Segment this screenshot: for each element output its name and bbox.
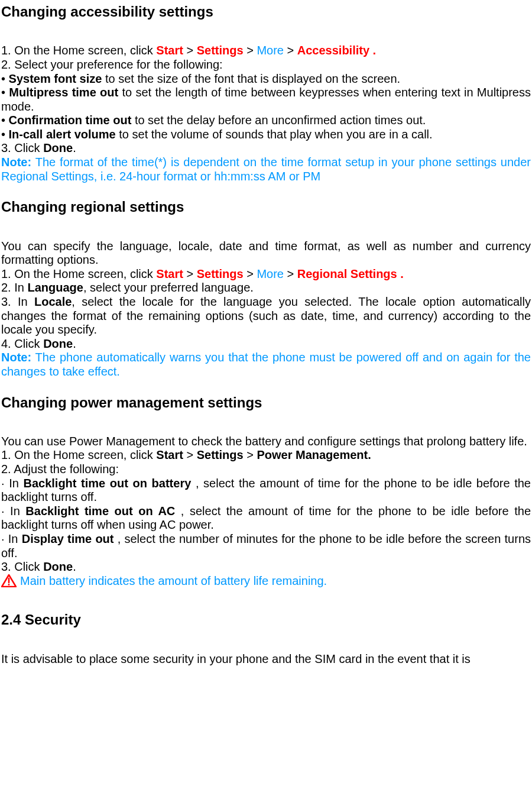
period: . [73,141,76,154]
heading-security: 2.4 Security [1,612,531,628]
start-label: Start [156,44,183,57]
heading-accessibility: Changing accessibility settings [1,4,531,20]
period: . [73,560,76,573]
locale-label: Locale [34,295,72,308]
bullet-incall-alert-volume: • In-call alert volume to set the volume… [1,128,531,142]
step-1-power: 1. On the Home screen, click Start > Set… [1,448,531,462]
bullet: • [1,128,9,141]
step-4-regional: 4. Click Done. [1,337,531,351]
bullet-display-timeout: · In Display time out , select the numbe… [1,532,531,560]
bullet: • [1,114,9,127]
text: 3. In [1,295,34,308]
sep: > [244,267,257,280]
sep: > [244,448,257,461]
regional-settings-label: Regional Settings . [297,267,404,280]
term: Display time out [22,532,118,545]
warning-battery: Main battery indicates the amount of bat… [1,574,531,588]
start-label: Start [156,267,183,280]
bullet-confirmation-timeout: • Confirmation time out to set the delay… [1,114,531,128]
warning-icon [1,574,17,587]
text: , select your preferred language. [83,281,254,294]
step-2-regional: 2. In Language, select your preferred la… [1,281,531,295]
more-label: More [257,267,284,280]
step-2-power: 2. Adjust the following: [1,462,531,477]
text: , select the locale for the language you… [1,295,531,336]
sep: > [244,44,257,57]
period: . [73,337,76,350]
accessibility-label: Accessibility . [297,44,376,57]
bullet: • [1,86,9,99]
text: 4. Click [1,337,43,350]
text: 3. Click [1,560,43,573]
bullet: · In [1,532,22,545]
intro-power: You can use Power Management to check th… [1,435,531,449]
settings-label: Settings [197,44,244,57]
term: System font size [9,72,102,85]
start-label: Start [156,448,183,461]
sep: > [183,448,197,461]
note-body: The phone automatically warns you that t… [1,351,531,378]
step-3-accessibility: 3. Click Done. [1,141,531,156]
note-label: Note: [1,351,31,364]
desc: to set the volume of sounds that play wh… [116,128,433,141]
text: 1. On the Home screen, click [1,267,156,280]
desc: to set the size of the font that is disp… [102,72,400,85]
desc: to set the delay before an unconfirmed a… [131,114,426,127]
bullet-backlight-battery: · In Backlight time out on battery , sel… [1,477,531,504]
text: 1. On the Home screen, click [1,448,156,461]
sep: > [284,267,297,280]
settings-label: Settings [197,448,244,461]
done-label: Done [43,337,73,350]
step-1-regional: 1. On the Home screen, click Start > Set… [1,267,531,282]
bullet-backlight-ac: · In Backlight time out on AC , select t… [1,504,531,532]
language-label: Language [27,281,83,294]
intro-security: It is advisable to place some security i… [1,652,531,667]
text: 2. In [1,281,27,294]
power-management-label: Power Management. [257,448,371,461]
intro-regional: You can specify the language, locale, da… [1,240,531,267]
more-label: More [257,44,284,57]
svg-point-2 [8,584,10,586]
note-label: Note: [1,156,31,169]
bullet-multipress-timeout: • Multipress time out to set the length … [1,86,531,114]
note-regional: Note: The phone automatically warns you … [1,351,531,379]
note-body: The format of the time(*) is dependent o… [1,156,531,183]
term: Multipress time out [9,86,118,99]
bullet: · In [1,504,25,517]
done-label: Done [43,141,73,154]
step-2-accessibility: 2. Select your preference for the follow… [1,58,531,72]
term: Confirmation time out [9,114,132,127]
note-accessibility: Note: The format of the time(*) is depen… [1,156,531,183]
done-label: Done [43,560,73,573]
sep: > [183,267,197,280]
term: Backlight time out on AC [25,504,181,517]
term: In-call alert volume [9,128,116,141]
text: 3. Click [1,141,43,154]
settings-label: Settings [197,267,244,280]
step-1-accessibility: 1. On the Home screen, click Start > Set… [1,44,531,58]
step-3-power: 3. Click Done. [1,560,531,574]
text: 1. On the Home screen, click [1,44,156,57]
bullet: · In [1,477,23,490]
heading-power: Changing power management settings [1,394,531,411]
sep: > [183,44,197,57]
heading-regional: Changing regional settings [1,199,531,215]
step-3-regional: 3. In Locale, select the locale for the … [1,295,531,337]
term: Backlight time out on battery [23,477,195,490]
sep: > [284,44,297,57]
bullet: • [1,72,9,85]
warning-text: Main battery indicates the amount of bat… [20,574,327,588]
bullet-system-font-size: • System font size to set the size of th… [1,72,531,86]
